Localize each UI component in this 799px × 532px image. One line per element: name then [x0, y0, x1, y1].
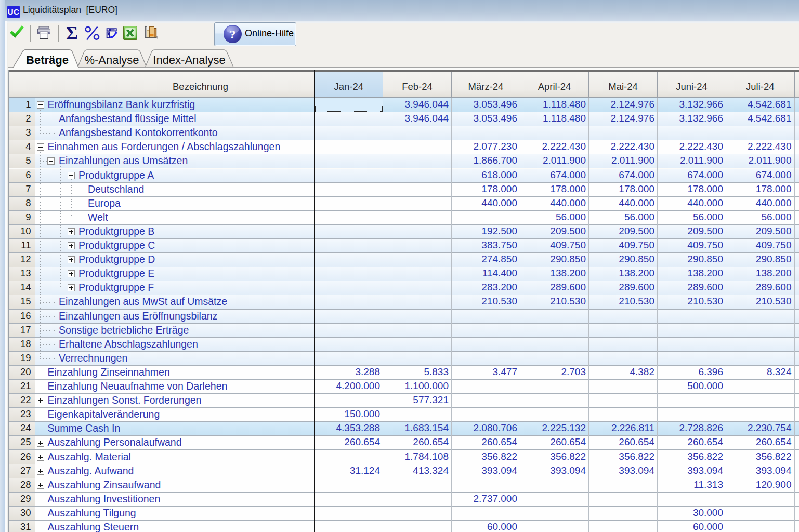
svg-text:Index-Analyse: Index-Analyse: [153, 54, 225, 66]
svg-text:Beträge: Beträge: [26, 54, 69, 66]
svg-text:%-Analyse: %-Analyse: [84, 54, 139, 66]
